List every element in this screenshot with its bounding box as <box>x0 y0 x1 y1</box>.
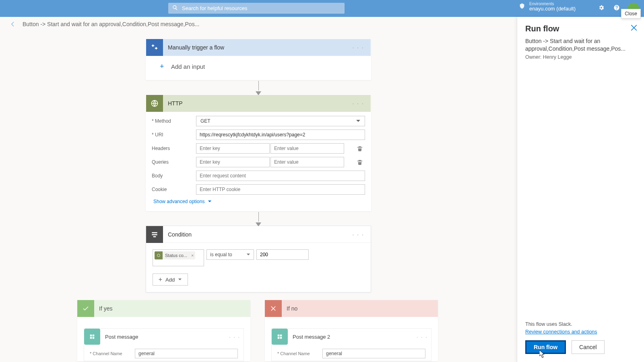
http-icon <box>146 95 163 112</box>
search-box[interactable] <box>168 3 345 14</box>
trigger-icon <box>146 39 163 56</box>
condition-title: Condition <box>163 231 350 238</box>
query-value-input[interactable] <box>270 157 344 167</box>
panel-note: This flow uses Slack. <box>525 321 636 327</box>
header-key-input[interactable] <box>196 143 270 154</box>
connector-arrow <box>146 211 371 226</box>
post-message-2-title: Post message 2 <box>288 334 417 340</box>
slack-icon <box>272 329 288 345</box>
x-icon <box>265 300 282 317</box>
environment-picker[interactable]: Environments enayu.com (default) <box>519 2 576 12</box>
if-yes-label: If yes <box>94 305 112 312</box>
uri-input[interactable] <box>196 130 365 140</box>
post-message-title: Post message <box>100 334 229 340</box>
cookie-input[interactable] <box>196 184 365 195</box>
query-delete-icon[interactable] <box>355 158 364 167</box>
add-input-button[interactable]: + Add an input <box>160 63 371 70</box>
cancel-button[interactable]: Cancel <box>572 340 605 354</box>
channel-select[interactable]: general <box>135 349 238 358</box>
if-yes-branch: If yes Post message · · · * Channel Name… <box>77 300 250 361</box>
run-flow-panel: Run flow Button -> Start and wait for an… <box>517 17 644 362</box>
if-no-branch: If no Post message 2 · · · * Channel Nam… <box>265 300 438 361</box>
trigger-menu[interactable]: · · · <box>350 43 367 52</box>
plus-icon: + <box>160 64 166 70</box>
panel-owner: Owner: Henry Legge <box>517 53 644 60</box>
condition-icon <box>146 226 163 243</box>
http-title: HTTP <box>163 100 350 107</box>
environment-icon <box>519 3 525 11</box>
close-tooltip: Close <box>621 9 641 19</box>
uri-label: URI <box>152 132 163 138</box>
review-connections-link[interactable]: Review connections and actions <box>525 329 597 335</box>
channel-select[interactable]: general <box>322 349 425 358</box>
breadcrumb-text: Button -> Start and wait for an approval… <box>23 21 199 27</box>
flow-canvas: Manually trigger a flow · · · + Add an i… <box>0 31 517 362</box>
condition-card[interactable]: Condition · · · Status co... × is equal … <box>146 226 371 292</box>
if-no-label: If no <box>282 305 297 312</box>
post-message-card[interactable]: Post message · · · * Channel Name genera… <box>84 328 244 361</box>
post-message-menu[interactable]: · · · <box>229 334 240 340</box>
condition-add-button[interactable]: + Add <box>153 274 188 286</box>
body-input[interactable] <box>196 171 365 181</box>
method-label: Method <box>152 118 171 124</box>
condition-menu[interactable]: · · · <box>350 230 367 239</box>
queries-label: Queries <box>152 159 196 165</box>
environment-value: enayu.com (default) <box>529 6 576 12</box>
condition-value-input[interactable]: 200 <box>256 249 309 260</box>
search-input[interactable] <box>182 5 341 11</box>
add-input-label: Add an input <box>171 63 205 70</box>
check-icon <box>77 300 94 317</box>
panel-title: Run flow <box>525 24 636 33</box>
mouse-cursor <box>539 350 546 358</box>
condition-left-operand[interactable]: Status co... × <box>153 249 204 266</box>
settings-icon[interactable] <box>598 4 605 12</box>
connector-arrow <box>146 80 371 95</box>
environment-label: Environments <box>529 2 576 6</box>
token-remove-icon[interactable]: × <box>190 251 195 259</box>
slack-icon <box>84 329 100 345</box>
show-advanced-link[interactable]: Show advanced options <box>153 199 365 204</box>
header-delete-icon[interactable] <box>355 144 364 153</box>
query-key-input[interactable] <box>196 157 270 167</box>
trigger-title: Manually trigger a flow <box>163 44 350 51</box>
top-navbar: Environments enayu.com (default) Close <box>0 0 644 17</box>
post-message-2-menu[interactable]: · · · <box>417 334 428 340</box>
body-label: Body <box>152 173 196 179</box>
help-icon[interactable] <box>613 4 620 12</box>
post-message-2-card[interactable]: Post message 2 · · · * Channel Name gene… <box>271 328 431 361</box>
method-select[interactable]: GET <box>196 116 365 126</box>
http-card[interactable]: HTTP · · · Method GET URI Headers Q <box>146 95 371 211</box>
search-icon <box>172 5 178 12</box>
headers-label: Headers <box>152 146 196 151</box>
condition-operator-select[interactable]: is equal to <box>206 249 254 260</box>
cookie-label: Cookie <box>152 187 196 192</box>
channel-name-label: Channel Name <box>280 351 310 356</box>
http-menu[interactable]: · · · <box>350 99 367 108</box>
panel-subtitle: Button -> Start and wait for an approval… <box>517 37 644 53</box>
panel-close-button[interactable] <box>630 24 638 31</box>
svg-point-1 <box>157 254 160 257</box>
trigger-card[interactable]: Manually trigger a flow · · · + Add an i… <box>146 39 371 80</box>
back-button[interactable] <box>9 20 17 28</box>
header-value-input[interactable] <box>270 143 344 154</box>
status-code-token[interactable]: Status co... × <box>155 251 195 259</box>
